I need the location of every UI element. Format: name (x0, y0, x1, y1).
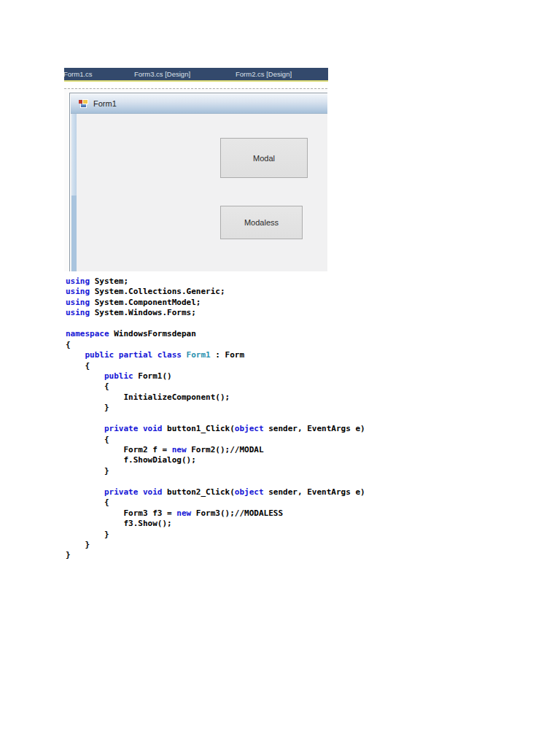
code-line[interactable]: Form2 f = new Form2();//MODAL (66, 445, 365, 455)
code-line[interactable] (66, 414, 365, 424)
code-line[interactable]: using System.Windows.Forms; (66, 308, 365, 318)
modal-button[interactable]: Modal (220, 138, 308, 178)
code-line[interactable]: using System.Collections.Generic; (66, 287, 365, 297)
code-text-token: } (66, 530, 109, 539)
code-text-token: { (66, 435, 109, 444)
code-line[interactable]: { (66, 435, 365, 445)
code-line[interactable]: f.ShowDialog(); (66, 455, 365, 465)
code-line[interactable]: { (66, 361, 365, 371)
code-keyword-token: using (66, 308, 90, 317)
code-keyword-token: public partial class (85, 350, 182, 360)
code-keyword-token: public (104, 371, 133, 381)
code-line[interactable] (66, 476, 365, 487)
scrollbar-thumb[interactable] (71, 114, 77, 196)
code-editor[interactable]: using System;using System.Collections.Ge… (66, 276, 365, 561)
code-text-token: Form1() (133, 371, 172, 381)
code-text-token: Form3 f3 = (66, 508, 176, 518)
code-text-token: f3.Show(); (66, 519, 172, 528)
code-text-token (66, 424, 104, 433)
code-line[interactable]: public partial class Form1 : Form (66, 350, 365, 360)
tab-form2-design[interactable]: Form2.cs [Design] (236, 68, 292, 80)
code-text-token: } (66, 466, 109, 476)
code-keyword-token: using (66, 298, 90, 307)
code-text-token (182, 350, 187, 360)
code-keyword-token: new (172, 445, 187, 454)
code-text-token: System.Windows.Forms; (90, 308, 196, 317)
code-text-token: f.ShowDialog(); (66, 455, 196, 465)
code-text-token: { (66, 361, 90, 371)
code-type-token: Form1 (187, 350, 211, 360)
code-text-token (66, 371, 104, 381)
code-line[interactable]: using System.ComponentModel; (66, 298, 365, 308)
code-keyword-token: object (235, 487, 264, 497)
code-text-token: InitializeComponent(); (66, 392, 230, 402)
code-text-token: } (66, 550, 71, 560)
code-text-token (66, 350, 85, 360)
tab-form3-design[interactable]: Form3.cs [Design] (134, 68, 190, 80)
code-text-token (66, 487, 104, 497)
code-line[interactable]: namespace WindowsFormsdepan (66, 329, 365, 339)
code-keyword-token: object (235, 424, 264, 433)
modaless-button[interactable]: Modaless (220, 206, 303, 239)
form-icon-red-block (79, 100, 82, 104)
code-text-token: { (66, 498, 109, 507)
code-line[interactable]: public Form1() (66, 371, 365, 382)
code-text-token: } (66, 540, 90, 549)
code-line[interactable]: } (66, 530, 365, 540)
code-text-token: System.ComponentModel; (90, 298, 201, 307)
code-text-token: { (66, 340, 71, 349)
winforms-form-icon (79, 99, 89, 109)
code-text-token: sender, EventArgs e) (264, 424, 365, 433)
code-text-token: button1_Click( (162, 424, 234, 433)
form-title-bar: Form1 (71, 94, 327, 114)
form-icon-yellow-block (82, 99, 88, 104)
document-tab-bar: Form1.cs Form3.cs [Design] Form2.cs [Des… (64, 68, 328, 82)
code-text-token: Form2();//MODAL (187, 445, 264, 454)
code-text-token: Form3();//MODALESS (191, 508, 283, 518)
code-text-token: WindowsFormsdepan (109, 329, 196, 338)
code-keyword-token: using (66, 276, 90, 286)
code-line[interactable]: InitializeComponent(); (66, 392, 365, 403)
code-text-token: System; (90, 276, 128, 286)
tab-form1-cs[interactable]: Form1.cs (64, 68, 93, 80)
vertical-scrollbar[interactable] (71, 114, 77, 271)
code-line[interactable]: } (66, 403, 365, 413)
code-text-token: button2_Click( (162, 487, 234, 497)
code-keyword-token: namespace (66, 329, 109, 338)
code-line[interactable]: } (66, 540, 365, 550)
code-line[interactable]: private void button1_Click(object sender… (66, 424, 365, 434)
code-line[interactable]: Form3 f3 = new Form3();//MODALESS (66, 508, 365, 519)
form-client-area: Modal Modaless (71, 114, 327, 271)
code-line[interactable]: { (66, 498, 365, 508)
code-keyword-token: private void (104, 424, 162, 433)
code-line[interactable]: private void button2_Click(object sender… (66, 487, 365, 498)
code-line[interactable]: } (66, 466, 365, 476)
code-line[interactable]: { (66, 340, 365, 350)
code-text-token: System.Collections.Generic; (90, 287, 225, 296)
code-text-token: : Form (211, 350, 244, 360)
code-text-token: sender, EventArgs e) (264, 487, 365, 497)
vs-screenshot-region: Form1.cs Form3.cs [Design] Form2.cs [Des… (64, 68, 328, 271)
code-line[interactable]: f3.Show(); (66, 519, 365, 529)
code-line[interactable]: } (66, 550, 365, 560)
code-line[interactable]: { (66, 382, 365, 392)
code-line[interactable]: using System; (66, 276, 365, 287)
form-designer-canvas: Form1 Modal Modaless (64, 88, 327, 271)
code-line[interactable] (66, 319, 365, 329)
code-text-token: Form2 f = (66, 445, 172, 454)
code-text-token: } (66, 403, 109, 412)
page: Form1.cs Form3.cs [Design] Form2.cs [Des… (0, 0, 560, 747)
code-keyword-token: using (66, 287, 90, 296)
designed-form-window[interactable]: Form1 Modal Modaless (69, 93, 327, 271)
form-title: Form1 (93, 99, 117, 108)
code-text-token: { (66, 382, 109, 391)
code-keyword-token: new (176, 508, 191, 518)
code-keyword-token: private void (104, 487, 162, 497)
